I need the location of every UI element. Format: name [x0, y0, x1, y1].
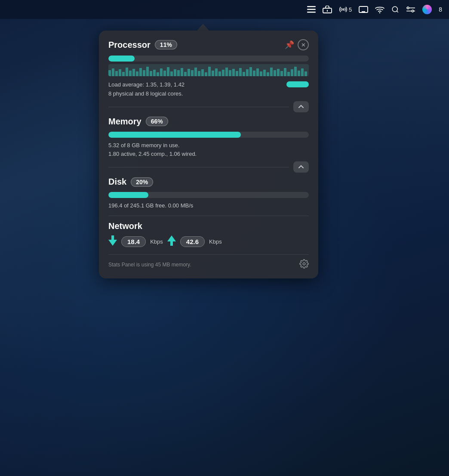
- svg-rect-2: [307, 12, 316, 13]
- svg-rect-57: [215, 68, 218, 76]
- svg-rect-31: [126, 68, 128, 76]
- download-arrow-icon: [108, 235, 117, 248]
- svg-marker-85: [167, 235, 176, 246]
- upload-value-badge: 42.6: [180, 236, 205, 247]
- pin-button[interactable]: 📌: [285, 40, 294, 49]
- svg-rect-53: [201, 69, 204, 76]
- svg-rect-35: [139, 68, 142, 76]
- stats-panel: Processor 11% 📌 ✕: [99, 31, 318, 278]
- disk-progress-fill: [108, 192, 148, 198]
- close-button[interactable]: ✕: [298, 39, 309, 50]
- svg-rect-50: [191, 70, 194, 76]
- radar-count: 5: [349, 6, 352, 13]
- svg-rect-55: [208, 67, 211, 76]
- processor-title: Processor: [108, 40, 151, 50]
- memory-collapse-button[interactable]: [293, 161, 309, 173]
- processor-progress-track: [108, 56, 309, 62]
- svg-point-17: [392, 6, 397, 12]
- disk-header: Disk 20%: [108, 177, 309, 187]
- svg-rect-56: [212, 71, 214, 76]
- svg-rect-33: [132, 69, 135, 76]
- load-avg-text: Load average: 1.35, 1.39, 1.42: [108, 80, 185, 90]
- upload-arrow-icon: [167, 235, 176, 248]
- memory-info-text: 5.32 of 8 GB memory in use. 1.80 active,…: [108, 141, 309, 159]
- disk-progress-track: [108, 192, 309, 198]
- panel-footer: Stats Panel is using 45 MB memory.: [108, 254, 309, 271]
- svg-point-86: [303, 263, 305, 265]
- svg-point-5: [342, 9, 344, 10]
- wifi-icon[interactable]: [375, 6, 384, 13]
- svg-point-16: [379, 12, 381, 13]
- processor-progress-fill: [108, 56, 135, 62]
- svg-rect-68: [253, 71, 255, 76]
- svg-rect-39: [153, 70, 156, 76]
- download-unit: Kbps: [150, 238, 163, 245]
- processor-collapse-button[interactable]: [293, 101, 309, 112]
- processor-header: Processor 11% 📌 ✕: [108, 39, 309, 50]
- svg-rect-72: [267, 72, 269, 76]
- memory-progress-track: [108, 132, 309, 138]
- processor-collapse-row: [108, 101, 309, 112]
- svg-point-19: [407, 7, 409, 9]
- settings-gear-icon[interactable]: [299, 259, 309, 271]
- processor-info-row: Load average: 1.35, 1.39, 1.42 8 physica…: [108, 80, 309, 99]
- svg-rect-61: [229, 70, 231, 76]
- svg-rect-70: [260, 71, 262, 76]
- svg-rect-81: [298, 71, 300, 76]
- processor-info-text: Load average: 1.35, 1.39, 1.42 8 physica…: [108, 80, 185, 99]
- svg-rect-76: [280, 71, 283, 76]
- controls-icon[interactable]: [406, 6, 415, 13]
- svg-rect-71: [263, 70, 266, 76]
- radar-badge[interactable]: 5: [339, 5, 352, 14]
- disk-info-text: 196.4 of 245.1 GB free. 0.00 MB/s: [108, 201, 309, 210]
- svg-rect-47: [181, 68, 183, 76]
- svg-rect-42: [163, 71, 166, 76]
- svg-rect-34: [136, 71, 138, 76]
- svg-rect-41: [160, 68, 163, 76]
- svg-rect-74: [274, 70, 276, 76]
- svg-line-18: [397, 11, 398, 12]
- upload-unit: Kbps: [209, 238, 222, 245]
- svg-rect-45: [174, 69, 176, 76]
- svg-rect-52: [198, 71, 200, 76]
- svg-rect-36: [143, 70, 145, 76]
- svg-rect-38: [150, 71, 152, 76]
- svg-rect-64: [239, 68, 242, 76]
- svg-rect-46: [177, 70, 180, 76]
- svg-rect-62: [232, 69, 235, 76]
- toolbox-icon[interactable]: [323, 6, 332, 13]
- panel-arrow: [197, 24, 209, 31]
- siri-icon[interactable]: [422, 5, 432, 14]
- svg-rect-30: [122, 72, 125, 76]
- cpu-graph: [108, 64, 309, 76]
- memory-header: Memory 66%: [108, 117, 309, 127]
- svg-rect-83: [304, 71, 307, 76]
- menu-lines-icon[interactable]: [307, 6, 316, 13]
- keyboard-icon[interactable]: [359, 6, 368, 13]
- svg-rect-80: [294, 67, 297, 76]
- svg-rect-37: [146, 67, 149, 76]
- svg-rect-75: [277, 69, 280, 76]
- cores-text: 8 physical and 8 logical cores.: [108, 90, 185, 99]
- memory-progress-fill: [108, 132, 241, 138]
- svg-rect-1: [307, 9, 316, 10]
- svg-rect-32: [129, 71, 132, 76]
- svg-rect-29: [119, 69, 121, 76]
- svg-rect-54: [205, 72, 207, 76]
- svg-rect-49: [188, 69, 190, 76]
- memory-title: Memory: [108, 117, 141, 127]
- search-icon[interactable]: [391, 6, 399, 13]
- svg-rect-40: [157, 72, 159, 76]
- svg-rect-58: [218, 71, 221, 76]
- svg-point-22: [412, 10, 414, 12]
- svg-rect-65: [243, 72, 245, 76]
- svg-rect-0: [307, 6, 316, 7]
- disk-title: Disk: [108, 177, 126, 187]
- svg-rect-28: [115, 71, 118, 76]
- network-row: 18.4 Kbps 42.6 Kbps: [108, 235, 309, 248]
- svg-rect-66: [246, 69, 249, 76]
- memory-title-group: Memory 66%: [108, 117, 168, 127]
- svg-rect-26: [108, 70, 111, 76]
- disk-percent-badge: 20%: [131, 177, 153, 187]
- svg-marker-84: [108, 235, 117, 246]
